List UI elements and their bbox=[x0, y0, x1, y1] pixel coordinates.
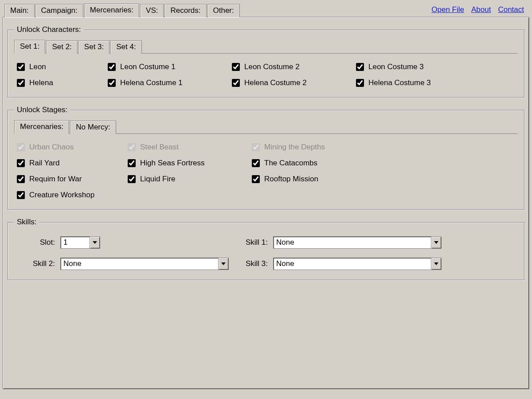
tab-label: Other: bbox=[213, 6, 234, 15]
slot-label: Slot: bbox=[16, 238, 60, 247]
chk-leon-costume-1[interactable]: Leon Costume 1 bbox=[108, 63, 223, 71]
chk-label: Rail Yard bbox=[29, 159, 59, 168]
svg-marker-3 bbox=[434, 262, 438, 265]
open-file-link[interactable]: Open File bbox=[431, 5, 464, 14]
chk-label: Urban Chaos bbox=[29, 143, 74, 152]
chk-box[interactable] bbox=[17, 191, 25, 199]
chk-label: Helena Costume 3 bbox=[368, 78, 431, 87]
main-tabstrip: Main: Campaign: Mercenaries: VS: Records… bbox=[4, 3, 431, 17]
set2-tab[interactable]: Set 2: bbox=[46, 40, 77, 54]
contact-link[interactable]: Contact bbox=[498, 5, 524, 14]
tab-campaign[interactable]: Campaign: bbox=[35, 4, 83, 17]
chk-leon[interactable]: Leon bbox=[17, 63, 99, 71]
about-link[interactable]: About bbox=[471, 5, 491, 14]
tab-main[interactable]: Main: bbox=[4, 4, 35, 17]
chk-helena-costume-3[interactable]: Helena Costume 3 bbox=[356, 78, 517, 87]
tab-records[interactable]: Records: bbox=[164, 4, 206, 17]
chk-leon-box[interactable] bbox=[17, 63, 25, 71]
skill2-label: Skill 2: bbox=[16, 259, 60, 268]
unlock-characters-group: Unlock Characters: Set 1: Set 2: Set 3: … bbox=[8, 25, 524, 98]
chk-helena[interactable]: Helena bbox=[17, 78, 99, 87]
chk-box[interactable] bbox=[128, 159, 136, 167]
tab-mercenaries[interactable]: Mercenaries: bbox=[84, 4, 139, 17]
slot-combo[interactable]: 1 bbox=[60, 236, 100, 249]
skill3-combo[interactable]: None bbox=[273, 258, 442, 270]
chk-box[interactable] bbox=[252, 175, 260, 183]
chk-label: Leon Costume 2 bbox=[244, 63, 300, 71]
chk-label: Requim for War bbox=[29, 175, 82, 184]
tab-label: Set 3: bbox=[84, 43, 104, 51]
chk-steel-beast: Steel Beast bbox=[128, 143, 243, 152]
tab-body: Unlock Characters: Set 1: Set 2: Set 3: … bbox=[3, 17, 529, 389]
chk-label: High Seas Fortress bbox=[140, 159, 205, 168]
chk-label: Steel Beast bbox=[140, 143, 179, 152]
tab-label: Mercenaries: bbox=[90, 6, 133, 14]
header-links: Open File About Contact bbox=[431, 5, 528, 17]
chk-label: Rooftop Mission bbox=[264, 175, 318, 184]
chevron-down-icon[interactable] bbox=[431, 258, 441, 270]
chk-liquid-fire[interactable]: Liquid Fire bbox=[128, 175, 243, 184]
skill2-value: None bbox=[61, 258, 218, 270]
skill1-combo[interactable]: None bbox=[273, 236, 442, 249]
chk-box[interactable] bbox=[108, 79, 116, 87]
chk-urban-chaos: Urban Chaos bbox=[17, 143, 119, 152]
chk-box[interactable] bbox=[232, 63, 240, 71]
tab-label: Records: bbox=[170, 6, 200, 15]
chk-label: Helena bbox=[29, 78, 53, 87]
tab-label: Set 2: bbox=[52, 43, 71, 51]
chk-label: Creature Workshop bbox=[29, 191, 94, 200]
chk-rooftop-mission[interactable]: Rooftop Mission bbox=[252, 175, 517, 184]
tab-label: Set 1: bbox=[20, 42, 39, 51]
chk-label: Leon Costume 1 bbox=[120, 63, 176, 71]
set1-tab[interactable]: Set 1: bbox=[14, 40, 45, 54]
unlock-stages-legend: Unlock Stages: bbox=[14, 106, 70, 114]
chk-box[interactable] bbox=[232, 79, 240, 87]
stage-grid: Urban Chaos Steel Beast Mining the Depth… bbox=[14, 140, 518, 201]
stage-mode-tabs: Mercenaries: No Mercy: bbox=[14, 120, 518, 134]
skill1-label: Skill 1: bbox=[220, 238, 273, 247]
chk-requim-for-war[interactable]: Requim for War bbox=[17, 175, 119, 184]
chk-box[interactable] bbox=[128, 175, 136, 183]
mode-mercenaries-tab[interactable]: Mercenaries: bbox=[14, 120, 69, 134]
chk-rail-yard[interactable]: Rail Yard bbox=[17, 159, 119, 168]
tab-vs[interactable]: VS: bbox=[140, 4, 164, 17]
character-set-tabs: Set 1: Set 2: Set 3: Set 4: bbox=[14, 39, 518, 54]
chk-high-seas-fortress[interactable]: High Seas Fortress bbox=[128, 159, 243, 168]
skill1-value: None bbox=[274, 237, 431, 248]
chevron-down-icon[interactable] bbox=[90, 237, 100, 248]
chk-leon-costume-3[interactable]: Leon Costume 3 bbox=[356, 63, 517, 71]
slot-value: 1 bbox=[61, 237, 90, 248]
chk-box[interactable] bbox=[356, 79, 364, 87]
skill3-label: Skill 3: bbox=[220, 259, 273, 268]
tab-other[interactable]: Other: bbox=[207, 4, 240, 17]
chk-box bbox=[252, 143, 260, 151]
chk-mining-the-depths: Mining the Depths bbox=[252, 143, 517, 152]
chk-helena-costume-1[interactable]: Helena Costume 1 bbox=[108, 78, 223, 87]
chk-helena-costume-2[interactable]: Helena Costume 2 bbox=[232, 78, 347, 87]
skills-grid: Slot: 1 Skill 1: None Skill 2: bbox=[14, 232, 518, 272]
chk-box[interactable] bbox=[17, 79, 25, 87]
chk-box[interactable] bbox=[17, 159, 25, 167]
chk-box[interactable] bbox=[356, 63, 364, 71]
skills-group: Skills: Slot: 1 Skill 1: None bbox=[8, 218, 524, 280]
skill2-combo[interactable]: None bbox=[60, 258, 229, 270]
svg-marker-0 bbox=[93, 241, 97, 244]
chk-the-catacombs[interactable]: The Catacombs bbox=[252, 159, 517, 168]
svg-marker-1 bbox=[434, 241, 438, 244]
chk-label: Mining the Depths bbox=[264, 143, 325, 152]
chk-box[interactable] bbox=[252, 159, 260, 167]
chk-creature-workshop[interactable]: Creature Workshop bbox=[17, 191, 119, 200]
chk-label: Liquid Fire bbox=[140, 175, 175, 184]
set3-tab[interactable]: Set 3: bbox=[78, 40, 110, 54]
chk-label: Helena Costume 2 bbox=[244, 78, 307, 87]
chk-label: Helena Costume 1 bbox=[120, 78, 183, 87]
tab-label: Mercenaries: bbox=[20, 122, 63, 131]
character-grid: Leon Leon Costume 1 Leon Costume 2 Leon … bbox=[14, 60, 518, 89]
chk-box[interactable] bbox=[108, 63, 116, 71]
chevron-down-icon[interactable] bbox=[431, 237, 441, 248]
unlock-stages-group: Unlock Stages: Mercenaries: No Mercy: Ur… bbox=[8, 106, 524, 210]
set4-tab[interactable]: Set 4: bbox=[110, 40, 141, 54]
chk-box[interactable] bbox=[17, 175, 25, 183]
chk-leon-costume-2[interactable]: Leon Costume 2 bbox=[232, 63, 347, 71]
mode-no-mercy-tab[interactable]: No Mercy: bbox=[70, 121, 116, 134]
